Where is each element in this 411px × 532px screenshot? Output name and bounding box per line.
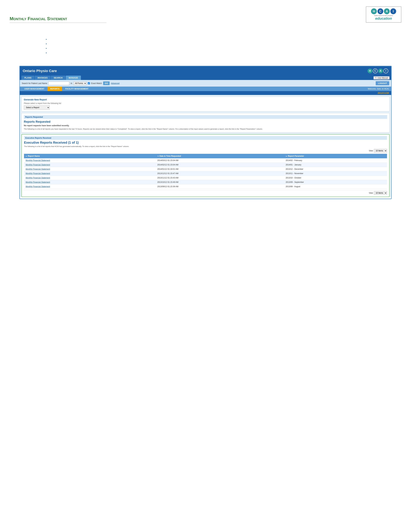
go-button[interactable]: GO — [103, 81, 110, 85]
app-container: Ontario Physio Care H C A I PLANS INVOIC… — [19, 66, 392, 199]
report-param-cell: 2013/09 - September — [284, 180, 387, 184]
exact-match-checkbox[interactable] — [88, 82, 90, 84]
report-param-cell: 2013/10 - October — [284, 176, 387, 180]
report-datetime-cell: 2013/11/12 01:15:43 AM — [156, 176, 284, 180]
view-label-bottom: View — [369, 192, 373, 194]
logo-box: H C A I Health Claims for Auto Insurance… — [366, 6, 401, 23]
report-param-cell: 2014/01 - January — [284, 162, 387, 167]
exec-title-bar: Executive Reports Received — [24, 136, 387, 140]
exec-reports-section: Executive Reports Received Executive Rep… — [21, 134, 390, 197]
reports-requested-section-title: Reports Requested — [25, 116, 43, 118]
page-header: Monthly Financial Statement H C A I Heal… — [0, 0, 411, 25]
exec-desc: The following is a list of all reports t… — [24, 145, 387, 147]
app-title: Ontario Physio Care — [23, 69, 57, 73]
col-report-name-label: Report Name — [28, 155, 40, 157]
report-datetime-cell: 2013/09/12 01:15:36 AM — [156, 184, 284, 189]
report-name-link[interactable]: Monthly Financial Statement — [26, 168, 50, 170]
user-manual-button[interactable]: ? - User Manual — [374, 76, 390, 79]
view-row-top: View 10 Items 25 Items 50 Items — [24, 149, 387, 152]
reports-requested-desc: The following is a list of all reports y… — [24, 128, 387, 130]
table-row: Monthly Financial Statement2014/02/12 01… — [24, 162, 387, 167]
app-logo-h: H — [367, 68, 372, 73]
search-bar: Search for Patient Last Name in All Form… — [20, 80, 391, 86]
report-name-cell: Monthly Financial Statement — [24, 158, 156, 163]
logo-tagline: Health Claims for Auto Insurance — [369, 15, 398, 17]
tab-plans[interactable]: PLANS — [21, 76, 34, 80]
generate-report-section: Generate New Report Please select a repo… — [21, 96, 390, 111]
exec-section-title: Executive Reports Received — [25, 137, 51, 139]
report-name-cell: Monthly Financial Statement — [24, 180, 156, 184]
col-datetime[interactable]: ▼ Date & Time Requested — [156, 154, 284, 158]
view-select-top[interactable]: 10 Items 25 Items 50 Items — [374, 149, 387, 152]
report-name-link[interactable]: Monthly Financial Statement — [26, 159, 50, 162]
logout-button[interactable]: LOGOUT — [376, 81, 389, 85]
nav-tabs: PLANS INVOICES SEARCH MANAGE ? - User Ma… — [20, 76, 391, 80]
report-select-row: Select a Report — [24, 105, 387, 110]
page-title: Monthly Financial Statement — [10, 16, 106, 23]
report-param-cell: 2013/11 - November — [284, 171, 387, 176]
search-label: Search for Patient Last Name — [22, 82, 47, 85]
report-name-link[interactable]: Monthly Financial Statement — [26, 181, 50, 183]
report-name-cell: Monthly Financial Statement — [24, 162, 156, 167]
report-name-cell: Monthly Financial Statement — [24, 176, 156, 180]
logo-a: A — [384, 8, 390, 14]
sub-nav-user-management[interactable]: USER MANAGEMENT — [22, 86, 47, 91]
reports-requested-heading: Reports Requested — [24, 120, 387, 124]
tab-manage[interactable]: MANAGE — [66, 76, 81, 80]
search-form-select[interactable]: All Forms — [74, 82, 86, 85]
col-report-name[interactable]: ► Report Name — [24, 154, 156, 158]
report-datetime-cell: 2014/01/12 01:16:01 AM — [156, 167, 284, 171]
bullet-item-2 — [48, 43, 385, 44]
report-select[interactable]: Select a Report — [24, 105, 50, 110]
report-name-cell: Monthly Financial Statement — [24, 171, 156, 176]
report-name-link[interactable]: Monthly Financial Statement — [26, 177, 50, 179]
report-param-cell: 2013/08 - August — [284, 184, 387, 189]
sort-arrow-date: ▼ — [157, 155, 159, 157]
col-param-label: Report Parameter — [288, 155, 304, 157]
search-in-label: in — [71, 82, 72, 85]
sort-arrow-param: ► — [286, 155, 287, 157]
report-datetime-cell: 2014/03/12 01:15:04 AM — [156, 158, 284, 163]
tab-invoices[interactable]: INVOICES — [35, 76, 50, 80]
logo-c: C — [377, 8, 383, 14]
tab-search[interactable]: SEARCH — [51, 76, 65, 80]
table-row: Monthly Financial Statement2014/01/12 01… — [24, 167, 387, 171]
table-row: Monthly Financial Statement2013/11/12 01… — [24, 176, 387, 180]
reports-requested-title-bar: Reports Requested — [24, 115, 387, 119]
report-param-cell: 2014/02 - February — [284, 158, 387, 163]
bullet-item-4 — [48, 52, 385, 53]
report-datetime-cell: 2013/12/12 01:15:47 AM — [156, 171, 284, 176]
content-area: 2012/11/28 Generate New Report Please se… — [20, 91, 391, 197]
table-row: Monthly Financial Statement2014/03/12 01… — [24, 158, 387, 163]
generate-report-subtitle: Please select a report from the followin… — [24, 102, 387, 104]
search-input[interactable] — [48, 82, 69, 85]
report-name-link[interactable]: Monthly Financial Statement — [26, 185, 50, 188]
report-name-link[interactable]: Monthly Financial Statement — [26, 172, 50, 175]
reports-requested-empty: No report requests have been submitted r… — [24, 124, 387, 127]
app-header: Ontario Physio Care H C A I — [20, 66, 391, 76]
view-row-bottom: View 10 Items 25 Items 50 Items — [24, 190, 387, 195]
exact-match-label: Exact Match — [91, 82, 102, 85]
hcai-logo: H C A I — [369, 8, 398, 14]
logo-edu: education — [369, 17, 398, 21]
table-row: Monthly Financial Statement2013/10/12 01… — [24, 180, 387, 184]
report-datetime-cell: 2014/02/12 01:15:04 AM — [156, 162, 284, 167]
app-logo-c: C — [373, 68, 378, 73]
report-name-link[interactable]: Monthly Financial Statement — [26, 164, 50, 166]
bullet-list — [48, 38, 385, 53]
bullet-section — [0, 25, 411, 63]
advanced-link[interactable]: Advanced — [111, 82, 120, 85]
app-logo-i: I — [383, 68, 388, 73]
col-param[interactable]: ► Report Parameter — [284, 154, 387, 158]
view-select-bottom[interactable]: 10 Items 25 Items 50 Items — [374, 191, 387, 195]
table-row: Monthly Financial Statement2013/12/12 01… — [24, 171, 387, 176]
sub-nav-facility-management[interactable]: FACILITY MANAGEMENT — [63, 86, 91, 91]
report-name-cell: Monthly Financial Statement — [24, 167, 156, 171]
exec-heading: Executive Reports Received (1 of 1) — [24, 141, 387, 144]
sub-nav: USER MANAGEMENT REPORTS FACILITY MANAGEM… — [20, 86, 391, 91]
sort-arrow-name: ► — [26, 155, 27, 157]
reports-requested-section: Reports Requested Reports Requested No r… — [21, 113, 390, 133]
sub-nav-reports[interactable]: REPORTS — [47, 86, 62, 91]
col-datetime-label: Date & Time Requested — [159, 155, 181, 157]
app-logo-a: A — [378, 68, 383, 73]
